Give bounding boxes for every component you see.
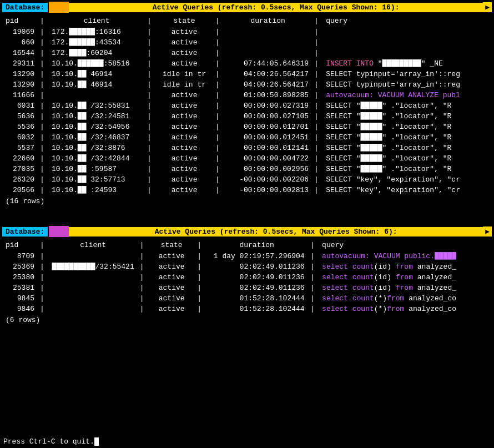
cell-pipe: | xyxy=(213,48,224,58)
cell-state: active xyxy=(157,90,212,100)
table-row: 5636 | 10.10.██ /32:24581 | active | 00:… xyxy=(3,112,491,121)
cell-pipe: | xyxy=(38,283,48,293)
cell-pipe: | xyxy=(38,185,48,195)
cell-client xyxy=(49,90,144,100)
cell-pid: 660 xyxy=(3,38,37,47)
cell-state: active xyxy=(157,154,212,163)
cell-pipe: | xyxy=(38,122,48,132)
cell-state: active xyxy=(149,304,194,314)
cell-query: SELECT typinput='array_in'::reg xyxy=(324,69,491,79)
cell-pipe: | xyxy=(145,164,155,174)
cell-client: 10.10.██ /32:24581 xyxy=(49,112,144,121)
cell-query: SELECT "█████" ."locator", "R xyxy=(324,122,491,132)
cell-pipe: | xyxy=(145,112,155,121)
cell-state: active xyxy=(157,112,212,121)
section-2-header: Database: Active Queries (refresh: 0.5se… xyxy=(0,224,494,239)
cell-query: SELECT "█████" ."locator", "R xyxy=(324,101,491,110)
cell-client: 172.██████:16316 xyxy=(49,27,144,37)
cell-pipe: | xyxy=(312,27,322,37)
cell-state: active xyxy=(149,273,194,282)
cell-duration: 02:02:49.011236 xyxy=(207,262,307,271)
cell-pipe: | xyxy=(38,273,48,282)
cell-pipe: | xyxy=(213,27,224,37)
cell-pipe: | xyxy=(38,59,48,68)
cell-pipe: | xyxy=(312,112,322,121)
cell-state: idle in tr xyxy=(157,69,212,79)
cell-pid: 26320 xyxy=(3,175,37,184)
cell-pipe: | xyxy=(312,38,322,47)
cell-client: 10.10.██ :24593 xyxy=(49,185,144,195)
table-row: 6031 | 10.10.██ /32:55831 | active | 00:… xyxy=(3,101,491,110)
table-row: 20566 | 10.10.██ :24593 | active | -00:0… xyxy=(3,185,491,195)
cell-client: 172.██████:43534 xyxy=(49,38,144,47)
cell-pipe: | xyxy=(312,143,322,153)
cell-pipe: | xyxy=(145,48,155,58)
cell-query: SELECT "█████" ."locator", "R xyxy=(324,143,491,153)
cell-pid: 16544 xyxy=(3,48,37,58)
cell-duration: 00:00:00.012451 xyxy=(225,133,311,142)
cell-duration: 02:02:49.011236 xyxy=(207,273,307,282)
cell-pipe: | xyxy=(145,101,155,110)
cell-query: select count(id) from analyzed_ xyxy=(320,262,491,271)
cell-pipe: | xyxy=(213,59,224,68)
cell-pipe: | xyxy=(38,101,48,110)
cell-pipe: | xyxy=(213,175,224,184)
cell-pipe: | xyxy=(308,273,319,282)
cell-duration: 01:52:28.102444 xyxy=(207,294,307,303)
col-pid-2: pid xyxy=(3,240,37,250)
cell-state: active xyxy=(157,133,212,142)
cell-pid: 25369 xyxy=(3,262,37,271)
cell-duration xyxy=(225,38,311,47)
cell-pipe: | xyxy=(38,38,48,47)
ctrl-text: Press Ctrl-C to quit. xyxy=(3,437,94,446)
cell-state: active xyxy=(157,164,212,174)
cell-query: SELECT "█████" ."locator", "R xyxy=(324,133,491,142)
cell-pipe: | xyxy=(38,69,48,79)
cell-query xyxy=(324,38,491,47)
cell-duration: -00:00:00.002206 xyxy=(225,175,311,184)
header-title-1: Active Queries (refresh: 0.5secs, Max Qu… xyxy=(69,3,483,12)
db-label-2: Database: xyxy=(2,227,48,236)
cell-pipe: | xyxy=(213,185,224,195)
db-icon-2 xyxy=(49,226,69,237)
cell-pid: 13290 xyxy=(3,80,37,89)
cell-pipe: | xyxy=(195,262,205,271)
cell-pipe: | xyxy=(145,69,155,79)
cell-pid: 9845 xyxy=(3,294,37,303)
cell-pipe: | xyxy=(145,80,155,89)
cell-duration: 00:00:00.012701 xyxy=(225,122,311,132)
col-query-2: query xyxy=(320,240,491,250)
cell-duration: 04:00:26.564217 xyxy=(225,80,311,89)
cell-pipe: | xyxy=(38,133,48,142)
cell-duration: 01:00:50.898285 xyxy=(225,90,311,100)
cell-pipe: | xyxy=(213,164,224,174)
cell-pipe: | xyxy=(138,294,148,303)
cell-query: SELECT "█████" ."locator", "R xyxy=(324,164,491,174)
table-row: 13290 | 10.10.██ 46914 | idle in tr | 04… xyxy=(3,69,491,79)
cell-pid: 27035 xyxy=(3,164,37,174)
cell-pid: 8709 xyxy=(3,251,37,261)
cell-pipe: | xyxy=(312,175,322,184)
cell-state: active xyxy=(157,143,212,153)
cell-client xyxy=(49,304,136,314)
cell-pipe: | xyxy=(38,262,48,271)
cell-pipe: | xyxy=(308,283,319,293)
cell-state: idle in tr xyxy=(157,80,212,89)
col-duration-1: duration xyxy=(225,16,311,26)
cell-duration: 01:52:28.102444 xyxy=(207,304,307,314)
table-row: 25369 | ██████████/32:55421 | active | 0… xyxy=(3,262,491,271)
cell-pipe: | xyxy=(213,154,224,163)
cell-pipe: | xyxy=(195,283,205,293)
cell-pipe: | xyxy=(145,27,155,37)
col-pid-1: pid xyxy=(3,16,37,26)
rows-count-2: (6 rows) xyxy=(2,315,492,326)
section-1: Database: Active Queries (refresh: 0.5se… xyxy=(0,0,494,208)
table-row: 16544 | 172.████:60204 | active | | xyxy=(3,48,491,58)
cell-duration: 07:44:05.646319 xyxy=(225,59,311,68)
cell-duration: 02:02:49.011236 xyxy=(207,283,307,293)
cell-duration: 1 day 02:19:57.296904 xyxy=(207,251,307,261)
cell-query xyxy=(324,27,491,37)
cell-query xyxy=(324,48,491,58)
cell-query: select count(*)from analyzed_co xyxy=(320,304,491,314)
cell-pid: 5636 xyxy=(3,112,37,121)
